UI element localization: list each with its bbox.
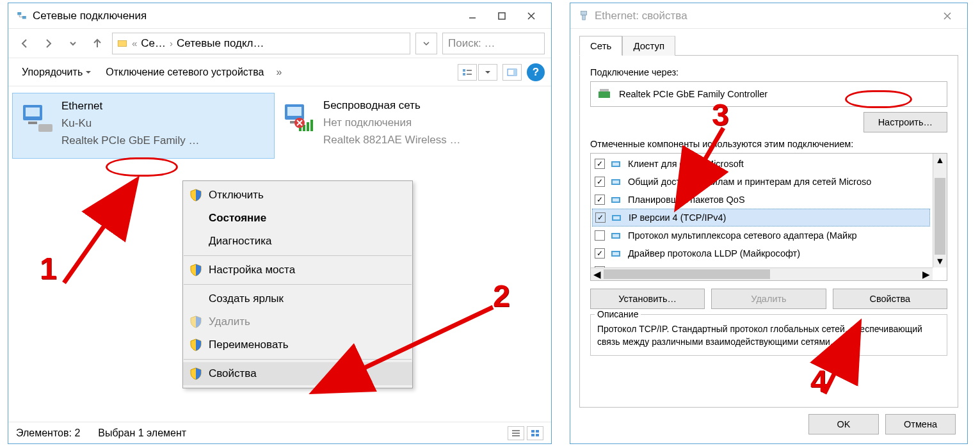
status-bar: Элементов: 2 Выбран 1 элемент [8, 422, 551, 443]
svg-rect-30 [582, 15, 586, 20]
search-box[interactable]: Поиск: … [442, 33, 545, 54]
cancel-button[interactable]: Отмена [885, 414, 956, 434]
horizontal-scrollbar[interactable]: ◀▶ [591, 267, 933, 280]
ok-button[interactable]: OK [808, 414, 879, 434]
adapter-item-ethernet[interactable]: Ethernet Ku-Ku Realtek PCIe GbE Family … [12, 93, 275, 159]
svg-rect-26 [536, 430, 539, 433]
description-text: Протокол TCP/IP. Стандартный протокол гл… [597, 323, 940, 349]
vertical-scrollbar[interactable]: ▲▼ [933, 154, 947, 267]
svg-rect-24 [512, 435, 520, 436]
maximize-button[interactable] [487, 6, 517, 26]
large-icons-view-button[interactable] [527, 426, 543, 440]
ctx-properties[interactable]: Свойства [183, 362, 412, 385]
ctx-shortcut[interactable]: Создать ярлык [183, 287, 412, 310]
svg-rect-19 [307, 122, 309, 131]
svg-rect-4 [463, 69, 465, 72]
components-list[interactable]: ✓Клиент для сетей Microsoft✓Общий доступ… [590, 153, 947, 281]
components-label: Отмеченные компоненты используются этим … [590, 139, 947, 149]
separator [184, 284, 412, 285]
connect-via-label: Подключение через: [590, 67, 947, 77]
nav-forward-button[interactable] [39, 34, 58, 53]
component-icon [610, 248, 623, 259]
adapter-name: Ethernet [61, 97, 199, 115]
ctx-diagnostics[interactable]: Диагностика [183, 230, 412, 253]
adapter-device: Realtek 8821AE Wireless … [323, 131, 460, 148]
description-legend: Описание [595, 309, 641, 319]
address-bar[interactable]: « Се… › Сетевые подкл… [112, 33, 410, 54]
annotation-2: 2 [493, 278, 510, 314]
disable-adapter-button[interactable]: Отключение сетевого устройства [99, 63, 271, 81]
svg-rect-13 [38, 124, 52, 132]
titlebar[interactable]: Ethernet: свойства [570, 3, 967, 29]
component-label: IP версии 4 (TCP/IPv4) [629, 212, 726, 223]
component-label: Драйвер протокола LLDP (Майкрософт) [628, 248, 800, 259]
help-button[interactable]: ? [527, 63, 545, 81]
nav-up-button[interactable] [88, 34, 107, 53]
close-button[interactable] [517, 6, 546, 26]
component-item[interactable]: Протокол мультиплексора сетевого адаптер… [592, 227, 930, 244]
svg-rect-0 [17, 12, 21, 15]
svg-rect-38 [613, 198, 619, 202]
adapter-name: Realtek PCIe GbE Family Controller [619, 89, 767, 99]
view-options-drop[interactable] [478, 64, 497, 81]
component-item[interactable]: ✓IP версии 4 (TCP/IPv4) [592, 209, 930, 227]
svg-rect-7 [467, 74, 472, 75]
svg-rect-40 [613, 216, 620, 219]
checkbox[interactable]: ✓ [595, 177, 605, 187]
ctx-rename[interactable]: Переименовать [183, 333, 412, 356]
shield-icon [189, 338, 202, 351]
component-icon [611, 212, 623, 223]
component-icon [610, 230, 623, 241]
svg-rect-11 [26, 108, 40, 116]
adapter-device: Realtek PCIe GbE Family … [61, 132, 199, 149]
ctx-disconnect[interactable]: Отключить [183, 184, 412, 207]
adapter-status: Нет подключения [323, 114, 460, 131]
breadcrumb-part[interactable]: Сетевые подкл… [177, 37, 264, 50]
minimize-button[interactable] [458, 6, 487, 26]
checkbox[interactable]: ✓ [595, 248, 605, 259]
svg-rect-25 [531, 430, 534, 433]
component-item[interactable]: ✓IP версии 6 (TCP/IPv6) [592, 262, 930, 267]
svg-rect-9 [513, 69, 517, 76]
component-item[interactable]: ✓Клиент для сетей Microsoft [592, 155, 930, 173]
tab-network[interactable]: Сеть [579, 36, 622, 56]
properties-button[interactable]: Свойства [833, 289, 947, 309]
context-menu: Отключить Состояние Диагностика Настройк… [182, 180, 413, 388]
address-dropdown[interactable] [415, 33, 437, 54]
nav-back-button[interactable] [15, 34, 34, 53]
titlebar[interactable]: Сетевые подключения [8, 3, 551, 29]
configure-button[interactable]: Настроить… [864, 112, 947, 132]
close-button[interactable] [933, 6, 962, 26]
organize-button[interactable]: Упорядочить [15, 63, 99, 81]
component-item[interactable]: ✓Общий доступ к файлам и принтерам для с… [592, 173, 930, 191]
component-item[interactable]: ✓Драйвер протокола LLDP (Майкрософт) [592, 244, 930, 262]
tab-access[interactable]: Доступ [622, 36, 675, 56]
checkbox[interactable]: ✓ [595, 212, 606, 223]
component-item[interactable]: ✓Планировщик пакетов QoS [592, 191, 930, 209]
ctx-status[interactable]: Состояние [183, 207, 412, 230]
breadcrumb-part[interactable]: Се… [141, 37, 166, 50]
details-view-button[interactable] [508, 426, 524, 440]
checkbox[interactable] [595, 230, 605, 241]
component-label: Протокол мультиплексора сетевого адаптер… [628, 230, 857, 241]
svg-rect-6 [463, 73, 465, 76]
window-title: Сетевые подключения [33, 10, 147, 22]
adapter-display: Realtek PCIe GbE Family Controller [590, 81, 947, 107]
svg-rect-31 [598, 92, 610, 98]
view-options-button[interactable] [458, 64, 477, 81]
component-label: Общий доступ к файлам и принтерам для се… [628, 177, 871, 187]
separator [184, 255, 412, 256]
tab-pane: Подключение через: Realtek PCIe GbE Fami… [579, 55, 958, 408]
svg-rect-15 [287, 107, 301, 116]
ethernet-properties-window: Ethernet: свойства Сеть Доступ Подключен… [570, 3, 968, 444]
checkbox[interactable]: ✓ [595, 159, 605, 169]
uninstall-button: Удалить [711, 289, 826, 309]
svg-rect-3 [118, 40, 127, 46]
checkbox[interactable]: ✓ [595, 195, 605, 205]
preview-pane-button[interactable] [502, 64, 522, 81]
install-button[interactable]: Установить… [590, 289, 705, 309]
adapter-item-wireless[interactable]: Беспроводная сеть Нет подключения Realte… [275, 93, 537, 159]
nav-recent-button[interactable] [63, 34, 83, 53]
svg-rect-34 [613, 163, 619, 166]
ctx-bridge[interactable]: Настройка моста [183, 259, 412, 282]
